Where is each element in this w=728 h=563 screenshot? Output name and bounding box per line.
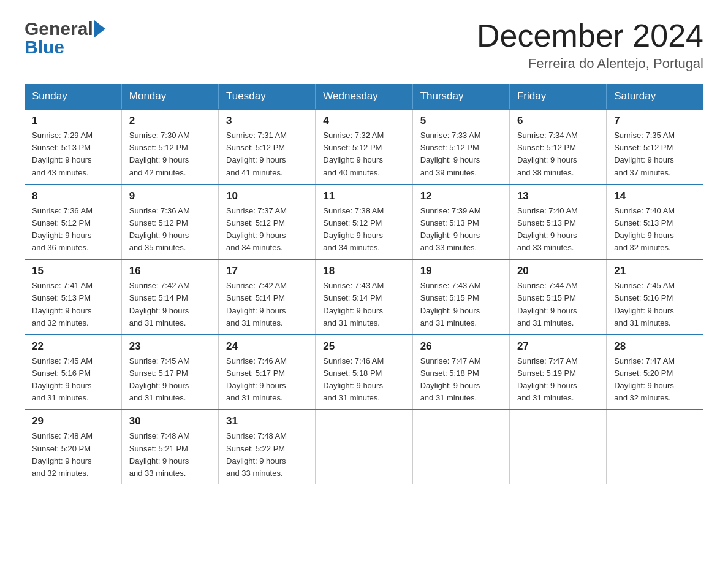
weekday-header-friday: Friday xyxy=(509,84,606,109)
day-number: 6 xyxy=(517,115,599,127)
day-number: 21 xyxy=(614,265,696,277)
calendar-cell xyxy=(316,410,412,484)
calendar-cell: 3Sunrise: 7:31 AMSunset: 5:12 PMDaylight… xyxy=(219,109,316,185)
page-header: General Blue December 2024 Ferreira do A… xyxy=(25,18,703,72)
day-number: 17 xyxy=(226,265,308,277)
day-info: Sunrise: 7:32 AMSunset: 5:12 PMDaylight:… xyxy=(323,129,404,179)
day-info: Sunrise: 7:47 AMSunset: 5:19 PMDaylight:… xyxy=(517,355,599,405)
day-number: 24 xyxy=(226,340,308,353)
calendar-cell: 11Sunrise: 7:38 AMSunset: 5:12 PMDayligh… xyxy=(316,185,412,260)
day-number: 16 xyxy=(129,265,211,277)
weekday-header-sunday: Sunday xyxy=(25,84,121,109)
calendar-cell: 29Sunrise: 7:48 AMSunset: 5:20 PMDayligh… xyxy=(25,410,121,484)
calendar-cell: 4Sunrise: 7:32 AMSunset: 5:12 PMDaylight… xyxy=(316,109,412,185)
calendar-cell: 5Sunrise: 7:33 AMSunset: 5:12 PMDaylight… xyxy=(412,109,509,185)
weekday-header-row: SundayMondayTuesdayWednesdayThursdayFrid… xyxy=(25,84,703,109)
calendar-cell: 23Sunrise: 7:45 AMSunset: 5:17 PMDayligh… xyxy=(121,335,218,410)
day-info: Sunrise: 7:45 AMSunset: 5:16 PMDaylight:… xyxy=(614,280,696,329)
day-info: Sunrise: 7:38 AMSunset: 5:12 PMDaylight:… xyxy=(323,205,404,255)
day-number: 26 xyxy=(420,340,502,353)
weekday-header-thursday: Thursday xyxy=(412,84,509,109)
logo-triangle-icon xyxy=(94,20,105,37)
day-number: 14 xyxy=(614,190,696,202)
day-info: Sunrise: 7:34 AMSunset: 5:12 PMDaylight:… xyxy=(517,129,599,179)
day-number: 29 xyxy=(32,415,114,427)
day-number: 13 xyxy=(517,190,599,202)
day-number: 11 xyxy=(323,190,404,202)
calendar-cell: 27Sunrise: 7:47 AMSunset: 5:19 PMDayligh… xyxy=(509,335,606,410)
day-info: Sunrise: 7:35 AMSunset: 5:12 PMDaylight:… xyxy=(614,129,696,179)
calendar-cell: 7Sunrise: 7:35 AMSunset: 5:12 PMDaylight… xyxy=(607,109,703,185)
calendar-cell: 31Sunrise: 7:48 AMSunset: 5:22 PMDayligh… xyxy=(219,410,316,484)
calendar-cell: 8Sunrise: 7:36 AMSunset: 5:12 PMDaylight… xyxy=(25,185,121,260)
logo-blue-text: Blue xyxy=(25,37,64,58)
calendar-table: SundayMondayTuesdayWednesdayThursdayFrid… xyxy=(25,84,703,484)
day-number: 30 xyxy=(129,415,211,427)
day-number: 1 xyxy=(32,115,114,127)
day-info: Sunrise: 7:42 AMSunset: 5:14 PMDaylight:… xyxy=(129,280,211,329)
calendar-cell: 1Sunrise: 7:29 AMSunset: 5:13 PMDaylight… xyxy=(25,109,121,185)
day-number: 19 xyxy=(420,265,502,277)
day-number: 9 xyxy=(129,190,211,202)
weekday-header-wednesday: Wednesday xyxy=(316,84,412,109)
calendar-cell: 6Sunrise: 7:34 AMSunset: 5:12 PMDaylight… xyxy=(509,109,606,185)
calendar-cell: 26Sunrise: 7:47 AMSunset: 5:18 PMDayligh… xyxy=(412,335,509,410)
calendar-cell: 13Sunrise: 7:40 AMSunset: 5:13 PMDayligh… xyxy=(509,185,606,260)
calendar-title: December 2024 xyxy=(477,18,703,53)
weekday-header-tuesday: Tuesday xyxy=(219,84,316,109)
day-info: Sunrise: 7:39 AMSunset: 5:13 PMDaylight:… xyxy=(420,205,502,255)
day-info: Sunrise: 7:48 AMSunset: 5:22 PMDaylight:… xyxy=(226,430,308,480)
day-number: 25 xyxy=(323,340,404,353)
weekday-header-saturday: Saturday xyxy=(607,84,703,109)
weekday-header-monday: Monday xyxy=(121,84,218,109)
day-number: 10 xyxy=(226,190,308,202)
calendar-cell: 16Sunrise: 7:42 AMSunset: 5:14 PMDayligh… xyxy=(121,259,218,335)
calendar-cell: 10Sunrise: 7:37 AMSunset: 5:12 PMDayligh… xyxy=(219,185,316,260)
calendar-week-5: 29Sunrise: 7:48 AMSunset: 5:20 PMDayligh… xyxy=(25,410,703,484)
day-number: 23 xyxy=(129,340,211,353)
day-number: 3 xyxy=(226,115,308,127)
calendar-cell xyxy=(509,410,606,484)
day-info: Sunrise: 7:46 AMSunset: 5:18 PMDaylight:… xyxy=(323,355,404,405)
day-info: Sunrise: 7:48 AMSunset: 5:21 PMDaylight:… xyxy=(129,430,211,480)
calendar-cell: 19Sunrise: 7:43 AMSunset: 5:15 PMDayligh… xyxy=(412,259,509,335)
calendar-cell: 12Sunrise: 7:39 AMSunset: 5:13 PMDayligh… xyxy=(412,185,509,260)
calendar-cell: 25Sunrise: 7:46 AMSunset: 5:18 PMDayligh… xyxy=(316,335,412,410)
day-info: Sunrise: 7:29 AMSunset: 5:13 PMDaylight:… xyxy=(32,129,114,179)
calendar-cell: 14Sunrise: 7:40 AMSunset: 5:13 PMDayligh… xyxy=(607,185,703,260)
day-number: 12 xyxy=(420,190,502,202)
calendar-cell: 24Sunrise: 7:46 AMSunset: 5:17 PMDayligh… xyxy=(219,335,316,410)
calendar-cell xyxy=(607,410,703,484)
calendar-cell xyxy=(412,410,509,484)
day-info: Sunrise: 7:42 AMSunset: 5:14 PMDaylight:… xyxy=(226,280,308,329)
day-info: Sunrise: 7:40 AMSunset: 5:13 PMDaylight:… xyxy=(517,205,599,255)
calendar-cell: 20Sunrise: 7:44 AMSunset: 5:15 PMDayligh… xyxy=(509,259,606,335)
day-info: Sunrise: 7:37 AMSunset: 5:12 PMDaylight:… xyxy=(226,205,308,255)
day-number: 2 xyxy=(129,115,211,127)
calendar-cell: 21Sunrise: 7:45 AMSunset: 5:16 PMDayligh… xyxy=(607,259,703,335)
calendar-cell: 30Sunrise: 7:48 AMSunset: 5:21 PMDayligh… xyxy=(121,410,218,484)
day-info: Sunrise: 7:43 AMSunset: 5:15 PMDaylight:… xyxy=(420,280,502,329)
day-info: Sunrise: 7:45 AMSunset: 5:16 PMDaylight:… xyxy=(32,355,114,405)
day-number: 18 xyxy=(323,265,404,277)
day-number: 20 xyxy=(517,265,599,277)
day-info: Sunrise: 7:45 AMSunset: 5:17 PMDaylight:… xyxy=(129,355,211,405)
calendar-cell: 2Sunrise: 7:30 AMSunset: 5:12 PMDaylight… xyxy=(121,109,218,185)
day-number: 22 xyxy=(32,340,114,353)
location-subtitle: Ferreira do Alentejo, Portugal xyxy=(477,56,703,72)
calendar-week-4: 22Sunrise: 7:45 AMSunset: 5:16 PMDayligh… xyxy=(25,335,703,410)
day-info: Sunrise: 7:36 AMSunset: 5:12 PMDaylight:… xyxy=(129,205,211,255)
day-info: Sunrise: 7:43 AMSunset: 5:14 PMDaylight:… xyxy=(323,280,404,329)
day-info: Sunrise: 7:30 AMSunset: 5:12 PMDaylight:… xyxy=(129,129,211,179)
day-info: Sunrise: 7:36 AMSunset: 5:12 PMDaylight:… xyxy=(32,205,114,255)
day-info: Sunrise: 7:40 AMSunset: 5:13 PMDaylight:… xyxy=(614,205,696,255)
logo: General Blue xyxy=(25,18,105,58)
calendar-cell: 15Sunrise: 7:41 AMSunset: 5:13 PMDayligh… xyxy=(25,259,121,335)
day-info: Sunrise: 7:47 AMSunset: 5:18 PMDaylight:… xyxy=(420,355,502,405)
calendar-week-2: 8Sunrise: 7:36 AMSunset: 5:12 PMDaylight… xyxy=(25,185,703,260)
day-info: Sunrise: 7:33 AMSunset: 5:12 PMDaylight:… xyxy=(420,129,502,179)
day-info: Sunrise: 7:31 AMSunset: 5:12 PMDaylight:… xyxy=(226,129,308,179)
day-info: Sunrise: 7:48 AMSunset: 5:20 PMDaylight:… xyxy=(32,430,114,480)
calendar-week-1: 1Sunrise: 7:29 AMSunset: 5:13 PMDaylight… xyxy=(25,109,703,185)
day-number: 31 xyxy=(226,415,308,427)
